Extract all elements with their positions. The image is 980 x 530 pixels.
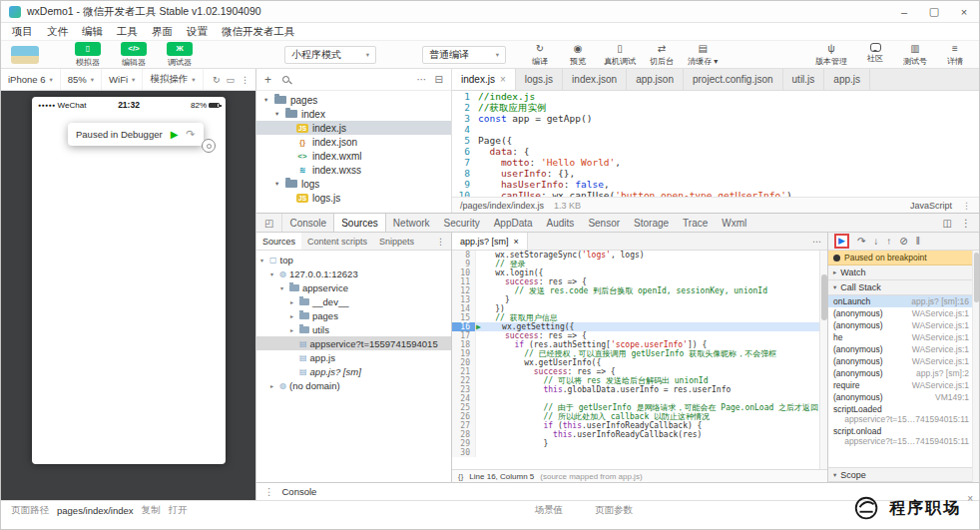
folder-logs[interactable]: ▾logs: [256, 177, 451, 191]
editor-tab-index.json[interactable]: index.json: [563, 69, 627, 90]
line-number[interactable]: 19: [452, 349, 476, 358]
file-index.json[interactable]: {}index.json: [256, 135, 451, 149]
call-stack-frame[interactable]: onLaunchapp.js? [sm]:16: [828, 295, 979, 307]
menu-item-文件[interactable]: 文件: [40, 25, 75, 39]
step-over-icon[interactable]: ↷: [857, 236, 865, 248]
scrollbar[interactable]: [972, 251, 979, 482]
file-logs.js[interactable]: JSlogs.js: [256, 191, 451, 205]
pretty-print-icon[interactable]: {}: [458, 472, 463, 481]
scope-section-header[interactable]: ▾ Scope: [828, 467, 979, 482]
line-number[interactable]: 20: [452, 358, 476, 367]
call-stack-frame[interactable]: heWAService.js:1: [828, 331, 979, 343]
editor-tab-app.json[interactable]: app.json: [627, 69, 684, 90]
action-清缓存[interactable]: ▤清缓存 ▾: [688, 43, 718, 67]
action-编译[interactable]: ↻编译: [528, 43, 552, 67]
menu-item-工具[interactable]: 工具: [110, 25, 145, 39]
devtools-tab-sensor[interactable]: Sensor: [581, 214, 627, 232]
sources-tree-item[interactable]: ▸__dev__: [256, 294, 451, 308]
add-file-icon[interactable]: +: [264, 73, 271, 87]
sources-tree-item[interactable]: ▤app.js? [sm]: [256, 364, 451, 378]
sources-editor-tab[interactable]: app.js? [sm] ×: [452, 233, 528, 250]
mode-select[interactable]: 小程序模式 ▾: [284, 46, 376, 64]
editor-tab-app.js[interactable]: app.js: [824, 69, 870, 90]
dock-side-icon[interactable]: ◫: [943, 218, 952, 229]
more-icon[interactable]: ⋮: [241, 75, 249, 85]
menu-item-编辑[interactable]: 编辑: [75, 25, 110, 39]
resume-icon[interactable]: ▶: [834, 234, 849, 249]
editor-overflow-icon[interactable]: ⋯: [812, 237, 827, 247]
sources-tree-item[interactable]: ▾◍127.0.0.1:12623: [256, 266, 451, 280]
sources-tree-item[interactable]: ▸pages: [256, 308, 451, 322]
line-number[interactable]: 16: [452, 322, 476, 331]
rotate-icon[interactable]: ↻: [213, 75, 221, 85]
sources-tab-sources[interactable]: Sources: [256, 233, 301, 250]
file-index.wxml[interactable]: <>index.wxml: [256, 149, 451, 163]
editor-tab-index.js[interactable]: index.js×: [452, 69, 516, 90]
copy-button[interactable]: 复制: [142, 504, 161, 517]
line-number[interactable]: 11: [452, 277, 476, 286]
scrollbar-thumb[interactable]: [821, 274, 827, 320]
deactivate-breakpoints-icon[interactable]: ⊘: [899, 236, 907, 248]
line-number[interactable]: 12: [452, 286, 476, 295]
line-number[interactable]: 13: [452, 295, 476, 304]
expand-arrow-icon[interactable]: ▸: [290, 312, 299, 319]
line-number[interactable]: 30: [452, 448, 476, 457]
call-stack-frame[interactable]: (anonymous)VM149:1: [828, 391, 979, 403]
line-number[interactable]: 14: [452, 304, 476, 313]
call-stack-section-header[interactable]: ▾ Call Stack: [828, 280, 979, 295]
line-number[interactable]: 22: [452, 376, 476, 385]
sources-tree-item[interactable]: ▤appservice?t=1559741594015: [256, 336, 451, 350]
devtools-tab-sources[interactable]: Sources: [333, 214, 386, 232]
call-stack-frame[interactable]: (anonymous)WAService.js:1: [828, 343, 979, 355]
expand-arrow-icon[interactable]: ▸: [290, 298, 299, 305]
line-number[interactable]: 27: [452, 421, 476, 430]
sources-code-area[interactable]: 8 wx.setStorageSync('logs', logs)9 // 登录…: [452, 251, 827, 469]
sources-tab-snippets[interactable]: Snippets: [373, 233, 420, 250]
pause-on-exceptions-icon[interactable]: ‖: [916, 236, 920, 248]
scrollbar[interactable]: [819, 251, 827, 469]
call-stack-frame[interactable]: (anonymous)WAService.js:1: [828, 307, 979, 319]
call-stack-frame[interactable]: (anonymous)app.js? [sm]:2: [828, 367, 979, 379]
collapse-all-icon[interactable]: ⊟: [435, 74, 443, 85]
sources-tab-content-scripts[interactable]: Content scripts: [301, 233, 373, 250]
line-number[interactable]: 21: [452, 367, 476, 376]
sources-tree-item[interactable]: ▤app.js: [256, 350, 451, 364]
expand-arrow-icon[interactable]: ▾: [275, 110, 285, 118]
line-number[interactable]: 24: [452, 394, 476, 403]
mode-button-编辑器[interactable]: </>编辑器: [117, 42, 151, 68]
scene-value-button[interactable]: 场景值: [535, 504, 564, 517]
action-测试号[interactable]: ▥测试号: [903, 43, 927, 67]
user-avatar[interactable]: [11, 46, 39, 64]
devtools-tab-storage[interactable]: Storage: [627, 214, 676, 232]
devtools-tab-wxml[interactable]: Wxml: [715, 214, 753, 232]
editor-tab-util.js[interactable]: util.js: [783, 69, 825, 90]
devtools-tab-appdata[interactable]: AppData: [487, 214, 540, 232]
step-into-icon[interactable]: ↓: [873, 236, 878, 248]
devtools-tab-security[interactable]: Security: [437, 214, 487, 232]
expand-arrow-icon[interactable]: ▾: [264, 96, 274, 104]
compile-mode-select[interactable]: 普通编译 ▾: [422, 46, 506, 64]
expand-arrow-icon[interactable]: ▸: [270, 382, 279, 389]
page-params-button[interactable]: 页面参数: [595, 504, 633, 517]
call-stack-frame[interactable]: (anonymous)WAService.js:1: [828, 319, 979, 331]
devtools-tab-audits[interactable]: Audits: [540, 214, 582, 232]
watch-section-header[interactable]: ▸ Watch: [828, 265, 979, 280]
step-out-icon[interactable]: ↑: [886, 236, 891, 248]
line-number[interactable]: 18: [452, 340, 476, 349]
editor-tab-project.config.json[interactable]: project.config.json: [684, 69, 783, 90]
folder-pages[interactable]: ▾pages: [256, 93, 451, 107]
sources-tree-item[interactable]: ▾▢top: [256, 253, 451, 266]
search-files-icon[interactable]: [281, 75, 291, 85]
action-预览[interactable]: ◉预览: [566, 43, 590, 67]
mode-button-模拟器[interactable]: ▯模拟器: [71, 42, 105, 68]
action-真机调试[interactable]: ▯真机调试: [604, 43, 636, 67]
device-bar-模拟操作[interactable]: 模拟操作▾: [143, 69, 203, 90]
sources-tree-item[interactable]: ▸◍(no domain): [256, 378, 451, 392]
editor-status-menu-icon[interactable]: ⋮: [962, 201, 971, 211]
call-stack-frame[interactable]: scriptLoadedappservice?t=15…741594015:11: [828, 403, 979, 425]
line-number[interactable]: 26: [452, 412, 476, 421]
menu-item-界面[interactable]: 界面: [145, 25, 180, 39]
device-bar-85%[interactable]: 85%▾: [61, 69, 102, 90]
file-index.js[interactable]: JSindex.js: [256, 121, 451, 135]
capsule-home-button[interactable]: [202, 139, 216, 153]
